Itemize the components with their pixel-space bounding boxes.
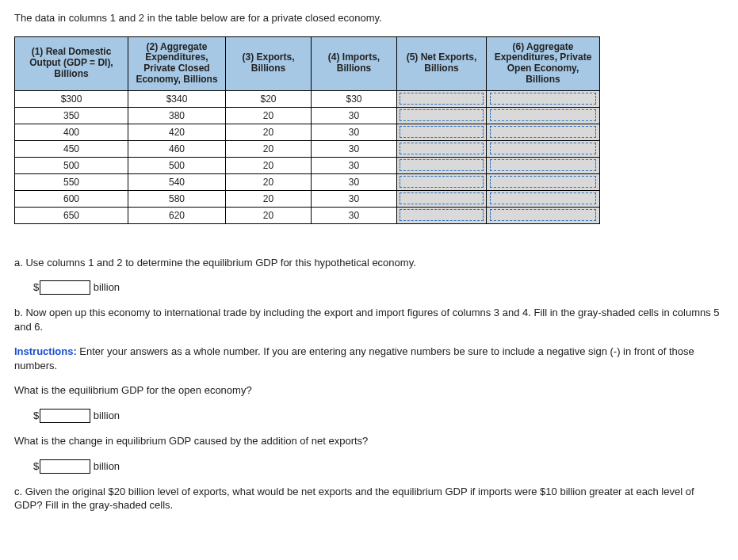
- col6-input[interactable]: [490, 93, 597, 105]
- col5-input[interactable]: [400, 176, 484, 188]
- dollar-sign: $: [33, 281, 39, 293]
- answer-open-eq-line: $ billion: [33, 409, 724, 423]
- cell-col4: 30: [312, 173, 397, 190]
- header-col4: (4) Imports, Billions: [312, 36, 397, 90]
- cell-col1: 500: [15, 157, 128, 173]
- header-col2: (2) Aggregate Expenditures, Private Clos…: [128, 36, 226, 90]
- cell-col3: 20: [226, 157, 312, 173]
- col6-input[interactable]: [490, 192, 597, 204]
- cell-col5-input-cell: [397, 190, 487, 207]
- question-a: a. Use columns 1 and 2 to determine the …: [14, 256, 724, 270]
- header-col1: (1) Real Domestic Output (GDP = DI), Bil…: [15, 36, 128, 90]
- col6-input[interactable]: [490, 209, 597, 221]
- col5-input[interactable]: [400, 109, 484, 121]
- cell-col2: 420: [128, 124, 226, 140]
- billion-label: billion: [94, 460, 120, 472]
- cell-col5-input-cell: [397, 157, 487, 173]
- table-row: 6005802030: [15, 190, 600, 207]
- header-col3: (3) Exports, Billions: [226, 36, 312, 90]
- cell-col4: 30: [312, 207, 397, 223]
- cell-col2: $340: [128, 90, 226, 107]
- answer-open-eq-input[interactable]: [40, 409, 90, 423]
- cell-col1: 600: [15, 190, 128, 207]
- cell-col6-input-cell: [487, 140, 600, 157]
- col6-input[interactable]: [490, 159, 597, 171]
- change-prompt: What is the change in equilibrium GDP ca…: [14, 434, 724, 448]
- instructions-label: Instructions:: [14, 345, 77, 357]
- cell-col3: 20: [226, 107, 312, 124]
- col5-input[interactable]: [400, 143, 484, 154]
- col6-input[interactable]: [490, 109, 597, 121]
- cell-col1: 350: [15, 107, 128, 124]
- col6-input[interactable]: [490, 176, 597, 188]
- col5-input[interactable]: [400, 126, 484, 138]
- cell-col4: $30: [312, 90, 397, 107]
- answer-change-input[interactable]: [40, 459, 90, 474]
- table-row: 5005002030: [15, 157, 600, 173]
- cell-col6-input-cell: [487, 207, 600, 223]
- cell-col4: 30: [312, 107, 397, 124]
- cell-col5-input-cell: [397, 107, 487, 124]
- col6-input[interactable]: [490, 143, 597, 154]
- instructions-line: Instructions: Enter your answers as a wh…: [14, 345, 724, 372]
- cell-col6-input-cell: [487, 90, 600, 107]
- table-row: 6506202030: [15, 207, 600, 223]
- cell-col5-input-cell: [397, 124, 487, 140]
- answer-change-line: $ billion: [33, 459, 724, 474]
- economy-table: (1) Real Domestic Output (GDP = DI), Bil…: [14, 36, 600, 224]
- cell-col4: 30: [312, 190, 397, 207]
- answer-a-line: $ billion: [33, 280, 724, 295]
- cell-col3: $20: [226, 90, 312, 107]
- cell-col5-input-cell: [397, 207, 487, 223]
- answer-a-input[interactable]: [40, 280, 90, 295]
- header-col5: (5) Net Exports, Billions: [397, 36, 487, 90]
- cell-col6-input-cell: [487, 124, 600, 140]
- table-body: $300$340$20$3035038020304004202030450460…: [15, 90, 600, 223]
- col5-input[interactable]: [400, 93, 484, 105]
- open-eq-prompt: What is the equilibrium GDP for the open…: [14, 383, 724, 398]
- table-row: 4004202030: [15, 124, 600, 140]
- table-row: $300$340$20$30: [15, 90, 600, 107]
- col5-input[interactable]: [400, 209, 484, 221]
- cell-col6-input-cell: [487, 157, 600, 173]
- cell-col2: 540: [128, 173, 226, 190]
- cell-col2: 460: [128, 140, 226, 157]
- cell-col6-input-cell: [487, 107, 600, 124]
- cell-col2: 580: [128, 190, 226, 207]
- cell-col4: 30: [312, 124, 397, 140]
- cell-col1: 450: [15, 140, 128, 157]
- billion-label: billion: [94, 281, 120, 293]
- cell-col2: 380: [128, 107, 226, 124]
- cell-col6-input-cell: [487, 190, 600, 207]
- cell-col4: 30: [312, 140, 397, 157]
- table-row: 3503802030: [15, 107, 600, 124]
- table-row: 4504602030: [15, 140, 600, 157]
- cell-col5-input-cell: [397, 140, 487, 157]
- cell-col2: 500: [128, 157, 226, 173]
- table-header-row: (1) Real Domestic Output (GDP = DI), Bil…: [15, 36, 600, 90]
- col5-input[interactable]: [400, 159, 484, 171]
- cell-col2: 620: [128, 207, 226, 223]
- intro-text: The data in columns 1 and 2 in the table…: [14, 11, 724, 25]
- cell-col3: 20: [226, 124, 312, 140]
- dollar-sign: $: [33, 410, 39, 421]
- col5-input[interactable]: [400, 192, 484, 204]
- cell-col3: 20: [226, 190, 312, 207]
- question-b: b. Now open up this economy to internati…: [14, 306, 724, 333]
- header-col6: (6) Aggregate Expenditures, Private Open…: [487, 36, 600, 90]
- cell-col6-input-cell: [487, 173, 600, 190]
- cell-col1: 650: [15, 207, 128, 223]
- cell-col4: 30: [312, 157, 397, 173]
- instructions-text: Enter your answers as a whole number. If…: [14, 345, 694, 371]
- cell-col1: 550: [15, 173, 128, 190]
- cell-col3: 20: [226, 140, 312, 157]
- cell-col3: 20: [226, 207, 312, 223]
- cell-col1: 400: [15, 124, 128, 140]
- cell-col1: $300: [15, 90, 128, 107]
- dollar-sign: $: [33, 460, 39, 472]
- col6-input[interactable]: [490, 126, 597, 138]
- question-c: c. Given the original $20 billion level …: [14, 485, 724, 512]
- cell-col5-input-cell: [397, 173, 487, 190]
- cell-col5-input-cell: [397, 90, 487, 107]
- table-row: 5505402030: [15, 173, 600, 190]
